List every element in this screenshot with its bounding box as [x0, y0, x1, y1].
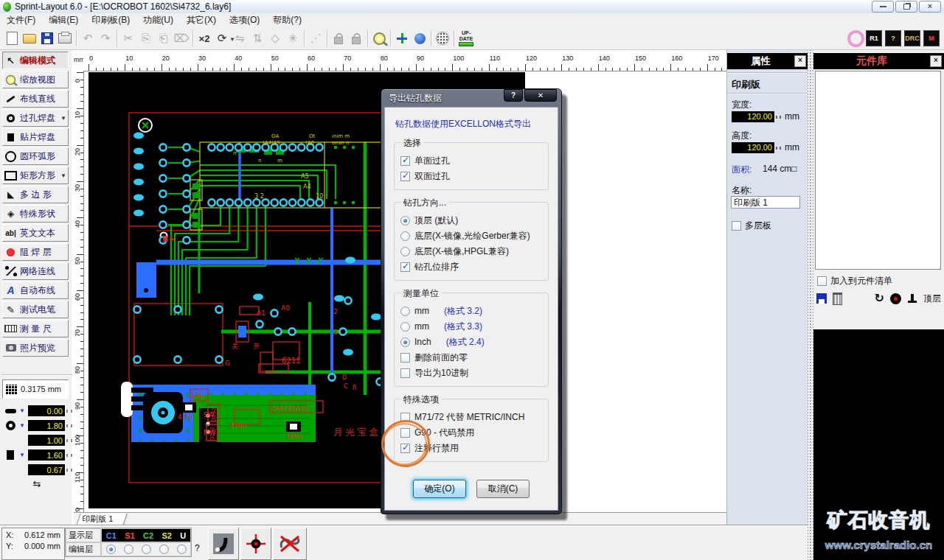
info-button[interactable] — [411, 29, 428, 47]
radio-unchecked[interactable] — [400, 307, 410, 316]
tool-edit-mode[interactable]: ↖编辑模式 — [2, 52, 69, 69]
dialog-option-row[interactable]: Inch(格式 2.4) — [400, 335, 542, 349]
new-file-button[interactable] — [3, 29, 21, 47]
help-badge-button[interactable]: ? — [885, 30, 901, 46]
mirror-h-button[interactable]: ⇋ — [231, 29, 249, 47]
layer-codes[interactable]: C1S1C2S2U — [101, 528, 191, 542]
delete-button[interactable]: ⌦ — [173, 29, 190, 47]
layer-code-U[interactable]: U — [180, 531, 186, 540]
dialog-option-row[interactable]: 底层(X-镜像,HPGL兼容) — [400, 245, 542, 258]
dialog-title-bar[interactable]: 导出钻孔数据 ? ✕ — [384, 89, 558, 107]
close-button[interactable]: × — [919, 1, 941, 13]
pad-outer-spinner[interactable] — [66, 420, 71, 431]
rotate-button[interactable]: ⟳▼ — [213, 29, 231, 47]
tool-polygon[interactable]: ◣多 边 形 — [2, 186, 69, 203]
pad-inner-spinner[interactable] — [66, 435, 71, 446]
layer-code-S1[interactable]: S1 — [125, 531, 134, 540]
redo-button[interactable]: ↷ — [97, 29, 114, 47]
paste-button[interactable]: ⎗ — [155, 29, 173, 47]
restore-button[interactable] — [895, 1, 917, 13]
layer-code-S2[interactable]: S2 — [162, 531, 171, 540]
route-mode-button[interactable] — [393, 29, 411, 47]
smd-height-field[interactable]: 0.67 — [28, 464, 65, 475]
height-field[interactable]: 120.00 — [732, 142, 774, 153]
library-list[interactable] — [815, 71, 941, 270]
smd-dropdown-icon[interactable]: ▼ — [19, 452, 27, 458]
menu-board[interactable]: 印刷板(B) — [85, 13, 136, 28]
library-refresh-icon[interactable]: ↻ — [875, 293, 884, 304]
crosshair-button[interactable] — [240, 528, 271, 560]
library-record-icon[interactable] — [890, 293, 901, 304]
dialog-option-row[interactable]: mm(格式 3.2) — [400, 304, 542, 318]
menu-options[interactable]: 选项(O) — [223, 13, 266, 28]
minimize-button[interactable] — [872, 1, 894, 13]
update-button[interactable]: UP-DATE — [459, 30, 473, 46]
pad-outer-field[interactable]: 1.80 — [28, 420, 65, 431]
tool-solder-mask[interactable]: 阻 焊 层 — [2, 243, 69, 261]
dialog-close-button[interactable]: ✕ — [524, 89, 557, 102]
edit-layer-radio-S2[interactable] — [159, 545, 169, 554]
photo-mode-button[interactable] — [434, 29, 451, 47]
tool-arc[interactable]: 圆环弧形 — [2, 147, 69, 165]
edit-layer-radio-U[interactable] — [177, 545, 187, 554]
undo-button[interactable]: ↶ — [79, 29, 97, 47]
smd-width-field[interactable]: 1.60 — [28, 449, 65, 461]
no-loop-button[interactable] — [273, 528, 307, 560]
width-field[interactable]: 120.00 — [732, 111, 774, 122]
mirror-v-button[interactable]: ⇅ — [249, 29, 266, 47]
duplicate-button[interactable]: ×2 — [195, 29, 213, 47]
checkbox-unchecked[interactable] — [400, 368, 410, 378]
menu-help[interactable]: 帮助(?) — [266, 13, 308, 28]
tool-route-line[interactable]: 布线直线 — [2, 90, 69, 108]
solder-ring-button[interactable] — [847, 29, 864, 47]
library-delete-icon[interactable] — [833, 293, 842, 305]
track-width-spinner[interactable] — [66, 405, 71, 416]
grid-button[interactable]: 0.3175 mm — [2, 379, 69, 399]
statusbar-help[interactable]: ? — [195, 543, 200, 553]
align-button[interactable]: ✳ — [284, 29, 302, 47]
pad-dropdown-icon[interactable]: ▼ — [19, 422, 27, 429]
tool-photo-preview[interactable]: 照片预览 — [2, 339, 69, 357]
dialog-option-row[interactable]: 单面过孔 — [400, 154, 542, 167]
open-file-button[interactable] — [21, 29, 38, 47]
dialog-help-button[interactable]: ? — [504, 89, 523, 102]
lock-grid-button[interactable] — [347, 29, 365, 47]
r1-button[interactable]: R1 — [866, 30, 882, 46]
layer-radios[interactable] — [101, 542, 191, 556]
route-bend-button[interactable] — [208, 528, 239, 560]
smd-width-spinner[interactable] — [66, 449, 71, 461]
multilayer-row[interactable]: 多层板 — [732, 220, 771, 232]
dialog-option-row[interactable]: 钻孔位排序 — [400, 260, 542, 273]
dialog-option-row[interactable]: 双面过孔 — [400, 169, 542, 183]
width-spinner[interactable] — [776, 111, 780, 122]
track-dropdown-icon[interactable]: ▼ — [19, 407, 27, 414]
sheet-tab[interactable]: 印刷版 1 — [76, 514, 127, 525]
smd-height-spinner[interactable] — [66, 464, 71, 475]
pad-inner-field[interactable]: 1.00 — [28, 435, 65, 446]
tool-smd-pad[interactable]: 贴片焊盘 — [2, 128, 69, 146]
lock-button[interactable] — [330, 29, 347, 47]
library-close-button[interactable]: × — [930, 55, 942, 67]
checkbox-checked[interactable] — [400, 156, 410, 166]
dialog-option-row[interactable]: 底层(X-镜像,光绘Gerber兼容) — [400, 229, 542, 242]
radio-unchecked[interactable] — [400, 231, 410, 241]
menu-other[interactable]: 其它(X) — [180, 13, 223, 28]
drc-button[interactable]: DRC — [904, 30, 920, 46]
layer-code-C2[interactable]: C2 — [143, 531, 153, 540]
save-button[interactable] — [38, 29, 56, 47]
add-to-list-row[interactable]: 加入到元件清单 — [817, 275, 892, 287]
tool-net[interactable]: 网络连线 — [2, 262, 69, 280]
checkbox-checked[interactable] — [400, 262, 410, 272]
zoom-button[interactable] — [370, 29, 388, 47]
dialog-option-row[interactable]: 顶层 (默认) — [400, 214, 542, 227]
tool-zoom-view[interactable]: 缩放视图 — [2, 71, 69, 88]
library-stamp-icon[interactable] — [907, 294, 917, 303]
radio-unchecked[interactable] — [400, 322, 410, 332]
dialog-option-row[interactable]: mm(格式 3.3) — [400, 320, 542, 333]
panel-divider[interactable] — [808, 50, 813, 560]
layer-code-C1[interactable]: C1 — [106, 531, 117, 540]
ok-button[interactable]: 确定(O) — [413, 480, 466, 498]
tool-special-shape[interactable]: ◈特殊形状 — [2, 205, 69, 223]
dialog-option-row[interactable]: 删除前面的零 — [400, 351, 542, 364]
print-button[interactable] — [56, 29, 74, 47]
